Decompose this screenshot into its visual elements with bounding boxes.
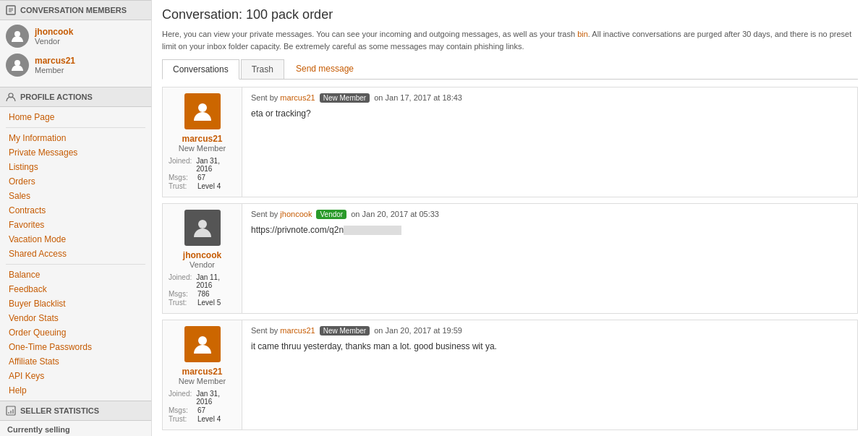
members-list: jhoncook Vendor marcus21 Member [0,20,151,87]
nav-vendor-stats[interactable]: Vendor Stats [0,311,151,325]
nav-my-information[interactable]: My Information [0,131,151,145]
nav-shared-access[interactable]: Shared Access [0,247,151,261]
member-marcus21: marcus21 Member [6,54,145,77]
msg-3-user-panel: marcus21 New Member Joined:Jan 31, 2016 … [163,320,242,429]
msg-2-avatar [184,210,221,246]
msg-1-avatar [184,93,221,129]
msg-3-username: marcus21 [169,367,236,377]
msg-1-user-panel: marcus21 New Member Joined:Jan 31, 2016 … [163,87,242,197]
msg-2-username: jhoncook [169,250,236,260]
seller-stats-header: SELLER STATISTICS [0,401,151,421]
tab-conversations[interactable]: Conversations [162,59,239,80]
msg-3-meta: Joined:Jan 31, 2016 Msgs:67 Trust:Level … [169,390,236,423]
svg-point-13 [198,336,207,345]
profile-nav: Home Page My Information Private Message… [0,107,151,401]
msg-1-badge: New Member [320,93,370,103]
msg-1-username: marcus21 [169,134,236,144]
msg-2-user-panel: jhoncook Vendor Joined:Jan 11, 2016 Msgs… [163,204,242,313]
msg-2-role: Vendor [169,260,236,269]
msg-3-body: it came thruu yesterday, thanks man a lo… [251,340,848,353]
bin-link[interactable]: bin [577,30,588,38]
tab-send-message[interactable]: Send message [286,59,364,79]
nav-affiliate-stats[interactable]: Affiliate Stats [0,354,151,369]
nav-contracts[interactable]: Contracts [0,203,151,218]
nav-home-page[interactable]: Home Page [0,110,151,124]
nav-favorites[interactable]: Favorites [0,218,151,232]
msg-3-sender-link[interactable]: marcus21 [280,326,315,335]
profile-actions-header: PROFILE ACTIONS [0,87,151,107]
member-jhoncook: jhoncook Vendor [6,25,145,48]
svg-point-5 [14,60,20,66]
member-role-marcus21: Member [35,66,75,74]
info-bar: Here, you can view your private messages… [162,28,858,52]
tabs-bar: Conversations Trash Send message [162,59,858,80]
message-1: marcus21 New Member Joined:Jan 31, 2016 … [162,87,858,197]
msg-2-badge: Vendor [316,210,346,219]
svg-point-4 [14,31,20,37]
msg-2-header: Sent by jhoncook Vendor on Jan 20, 2017 … [251,210,848,219]
nav-feedback[interactable]: Feedback [0,282,151,296]
nav-private-messages[interactable]: Private Messages [0,145,151,160]
svg-point-11 [198,103,207,112]
page-title: Conversation: 100 pack order [162,7,858,22]
msg-2-sender-link[interactable]: jhoncook [280,210,312,218]
msg-3-role: New Member [169,377,236,385]
msg-1-sender-link[interactable]: marcus21 [280,93,315,102]
message-2: jhoncook Vendor Joined:Jan 11, 2016 Msgs… [162,203,858,314]
redacted-link [344,226,401,235]
svg-point-12 [198,220,207,228]
msg-1-content: Sent by marcus21 New Member on Jan 17, 2… [242,87,857,197]
conversation-members-header: CONVERSATION MEMBERS [0,0,151,20]
msg-1-header: Sent by marcus21 New Member on Jan 17, 2… [251,93,848,103]
nav-one-time-passwords[interactable]: One-Time Passwords [0,340,151,354]
seller-statistics-panel: Currently selling Listed items 0 Will se… [0,421,151,436]
msg-2-meta: Joined:Jan 11, 2016 Msgs:786 Trust:Level… [169,273,236,307]
currently-selling-label: Currently selling [7,425,144,434]
msg-2-body: https://privnote.com/q2n [251,223,848,236]
nav-vacation-mode[interactable]: Vacation Mode [0,232,151,247]
msg-1-body: eta or tracking? [251,107,848,120]
member-role-jhoncook: Vendor [35,37,73,46]
msg-3-header: Sent by marcus21 New Member on Jan 20, 2… [251,326,848,335]
msg-3-avatar [184,326,221,362]
avatar-marcus21 [6,54,29,77]
nav-sales[interactable]: Sales [0,189,151,203]
msg-3-badge: New Member [320,326,370,335]
nav-orders[interactable]: Orders [0,174,151,189]
nav-listings[interactable]: Listings [0,160,151,174]
nav-balance[interactable]: Balance [0,268,151,282]
avatar-jhoncook [6,25,29,48]
nav-help[interactable]: Help [0,383,151,398]
nav-order-queuing[interactable]: Order Queuing [0,325,151,340]
nav-api-keys[interactable]: API Keys [0,369,151,383]
message-3: marcus21 New Member Joined:Jan 31, 2016 … [162,320,858,430]
msg-2-content: Sent by jhoncook Vendor on Jan 20, 2017 … [242,204,857,313]
member-name-jhoncook: jhoncook [35,27,73,37]
member-name-marcus21: marcus21 [35,56,75,66]
msg-3-content: Sent by marcus21 New Member on Jan 20, 2… [242,320,857,429]
msg-1-meta: Joined:Jan 31, 2016 Msgs:67 Trust:Level … [169,157,236,190]
nav-buyer-blacklist[interactable]: Buyer Blacklist [0,296,151,311]
main-content: Conversation: 100 pack order Here, you c… [152,0,868,436]
msg-1-role: New Member [169,144,236,153]
tab-trash[interactable]: Trash [241,59,284,79]
